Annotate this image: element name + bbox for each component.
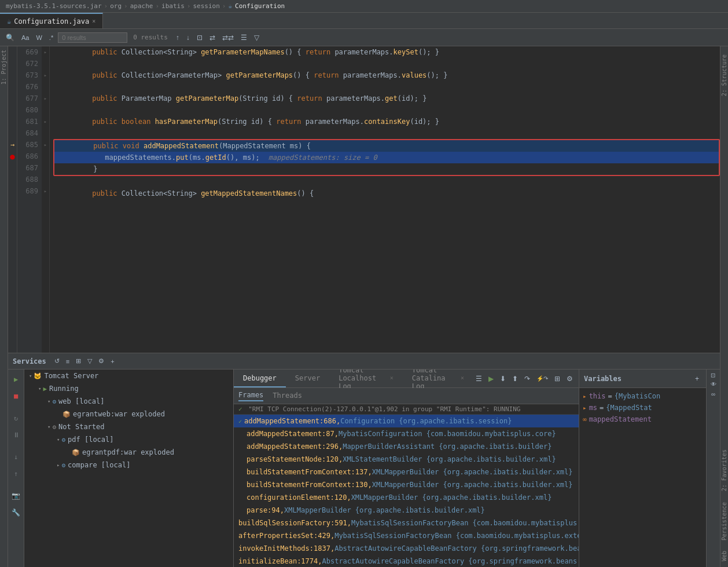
fold-681[interactable]: ▸: [42, 116, 49, 127]
prev-result-btn[interactable]: ↑: [174, 32, 182, 43]
word-btn[interactable]: W: [34, 33, 44, 42]
tab-tomcat-localhost[interactable]: Tomcat Localhost Log ×: [329, 370, 403, 387]
frame-3[interactable]: parseStatementNode:120, XMLStatementBuil…: [234, 453, 579, 466]
case-btn[interactable]: Aa: [19, 33, 31, 42]
tree-pdf-local[interactable]: ▾ ⚙ pdf [local]: [24, 433, 233, 446]
frame4-class: XMLMapperBuilder {org.apache.ibatis.buil…: [372, 468, 573, 476]
dbg-download-btn[interactable]: ⬇: [498, 374, 508, 384]
services-add-btn[interactable]: +: [108, 357, 116, 366]
tab-configuration-java[interactable]: ☕ Configuration.java ×: [0, 13, 103, 28]
tab-close-btn[interactable]: ×: [92, 18, 95, 24]
next-result-btn[interactable]: ↓: [184, 32, 192, 43]
fold-669[interactable]: ▸: [42, 46, 49, 58]
frame-8[interactable]: buildSqlSessionFactory:591, MybatisSqlSe…: [234, 517, 579, 529]
tree-tomcat-server[interactable]: ▾ 🐱 Tomcat Server: [24, 370, 233, 382]
tree-not-started[interactable]: ▾ ⚙ Not Started: [24, 420, 233, 433]
tree-web-local[interactable]: ▾ ⚙ web [local]: [24, 395, 233, 408]
fold-677[interactable]: ▸: [42, 93, 49, 104]
services-filter-btn[interactable]: ▽: [85, 356, 94, 366]
dbg-resume-btn[interactable]: ▶: [486, 374, 496, 384]
dbg-stepover-btn[interactable]: ↷: [522, 374, 532, 384]
var-mapped-name: mappedStatement: [589, 415, 652, 423]
search-input[interactable]: [58, 32, 127, 43]
frame1-method: addMappedStatement:87,: [247, 430, 339, 438]
tree-egrantpdf[interactable]: 📦 egrantpdf:war exploded: [24, 446, 233, 459]
ft-tab-threads[interactable]: Threads: [273, 392, 302, 401]
svc-icon-wrench[interactable]: 🔧: [9, 505, 24, 520]
svc-icon-play[interactable]: ▶: [9, 372, 24, 387]
tab-tomcat-catalina[interactable]: Tomcat Catalina Log ×: [403, 370, 473, 387]
var-this-val: {MybatisCon: [615, 392, 660, 400]
svc-icon-resume[interactable]: ↻: [9, 411, 24, 426]
rsb-infinity-btn[interactable]: ∞: [709, 390, 718, 398]
services-tree-btn[interactable]: ≡: [64, 357, 72, 366]
frame-6[interactable]: configurationElement:120, XMLMapperBuild…: [234, 491, 579, 504]
dbg-force-btn[interactable]: ⚡↷: [534, 374, 550, 383]
sep2: ›: [124, 2, 128, 10]
search-btn[interactable]: 🔍: [3, 32, 17, 43]
fold-685[interactable]: ▸: [42, 139, 49, 151]
svc-icon-deploy[interactable]: ↓: [9, 449, 24, 464]
frame-1[interactable]: addMappedStatement:87, MybatisConfigurat…: [234, 427, 579, 440]
replace-all-btn[interactable]: ⇄⇄: [220, 32, 236, 43]
tree-egrantweb[interactable]: 📦 egrantweb:war exploded: [24, 408, 233, 420]
frame-9[interactable]: afterPropertiesSet:429, MybatisSqlSessio…: [234, 529, 579, 542]
frames-threads-bar: Frames Threads: [234, 388, 579, 404]
fold-689[interactable]: ▸: [42, 185, 49, 197]
replace-btn[interactable]: ⇄: [207, 32, 218, 43]
var-add-btn[interactable]: +: [693, 374, 701, 384]
frame-5[interactable]: buildStatementFromContext:130, XMLMapper…: [234, 478, 579, 491]
expand-btn[interactable]: ⊡: [194, 32, 205, 43]
structure-label[interactable]: 2: Structure: [720, 52, 728, 98]
breadcrumb-jar[interactable]: mybatis-3.5.1-sources.jar: [6, 2, 102, 10]
services-settings-btn[interactable]: ⚙: [96, 356, 106, 366]
frame-0[interactable]: ✓ addMappedStatement:686, Configuration …: [234, 415, 579, 427]
tab-server[interactable]: Server: [286, 370, 329, 387]
rsb-watch-btn[interactable]: 👁: [708, 380, 719, 389]
favorites-label[interactable]: 2: Favorites: [720, 447, 728, 493]
fold-673[interactable]: ▸: [42, 69, 49, 81]
frame-4[interactable]: buildStatementFromContext:137, XMLMapper…: [234, 466, 579, 478]
main-layout: 1: Project → ●: [0, 46, 728, 567]
frame-10[interactable]: invokeInitMethods:1837, AbstractAutowire…: [234, 542, 579, 555]
svc-icon-stop[interactable]: ■: [9, 389, 24, 404]
svc-icon-pause[interactable]: ⏸: [9, 427, 24, 442]
var-mapped[interactable]: ∞ mappedStatement: [579, 414, 706, 425]
tree-running[interactable]: ▾ ▶ Running: [24, 382, 233, 395]
server-tab-label: Server: [295, 374, 320, 382]
frame-2[interactable]: addMappedStatement:296, MapperBuilderAss…: [234, 440, 579, 453]
tomcat-catalina-close[interactable]: ×: [461, 375, 464, 381]
services-group-btn[interactable]: ⊞: [73, 356, 83, 366]
breadcrumb-session[interactable]: session: [193, 2, 219, 10]
linenum-669: 669: [17, 46, 38, 58]
frame-7[interactable]: parse:94, XMLMapperBuilder {org.apache.i…: [234, 504, 579, 517]
var-ms[interactable]: ▸ ms = {MappedStat: [579, 402, 706, 414]
ft-tab-frames[interactable]: Frames: [238, 391, 263, 401]
filter-btn[interactable]: ▽: [252, 32, 262, 43]
layout-btn[interactable]: ☰: [238, 32, 249, 43]
breadcrumb-apache[interactable]: apache: [130, 2, 153, 10]
tab-debugger[interactable]: Debugger: [234, 370, 286, 387]
services-refresh-btn[interactable]: ↺: [52, 356, 62, 366]
tomcat-localhost-close[interactable]: ×: [390, 375, 394, 381]
frame-11[interactable]: initializeBean:1774, AbstractAutowireCap…: [234, 555, 579, 567]
var-this[interactable]: ▸ this = {MybatisCon: [579, 390, 706, 402]
dbg-upload-btn[interactable]: ⬆: [510, 374, 520, 384]
rsb-restore-btn[interactable]: ⊡: [708, 372, 719, 379]
frame8-class: MybatisSqlSessionFactoryBean {com.baomid…: [351, 519, 579, 527]
persistence-label[interactable]: Persistence: [720, 500, 728, 543]
frame5-class: XMLMapperBuilder {org.apache.ibatis.buil…: [372, 481, 573, 489]
tree-compare-local[interactable]: ▸ ⚙ compare [local]: [24, 459, 233, 471]
fold-686: [42, 151, 49, 162]
breadcrumb-org[interactable]: org: [110, 2, 122, 10]
svc-icon-undeploy[interactable]: ↑: [9, 466, 24, 481]
breadcrumb-ibatis[interactable]: ibatis: [161, 2, 185, 10]
dbg-gear-btn[interactable]: ⚙: [564, 374, 575, 384]
web-label-right[interactable]: Web: [720, 548, 728, 564]
dbg-settings-btn[interactable]: ☰: [473, 374, 484, 384]
regex-btn[interactable]: .*: [47, 33, 56, 42]
dbg-columns-btn[interactable]: ⊞: [552, 374, 562, 384]
svc-icon-camera[interactable]: 📷: [9, 488, 24, 503]
breadcrumb-configuration[interactable]: Configuration: [235, 2, 285, 10]
project-label[interactable]: 1: Project: [1, 46, 7, 88]
